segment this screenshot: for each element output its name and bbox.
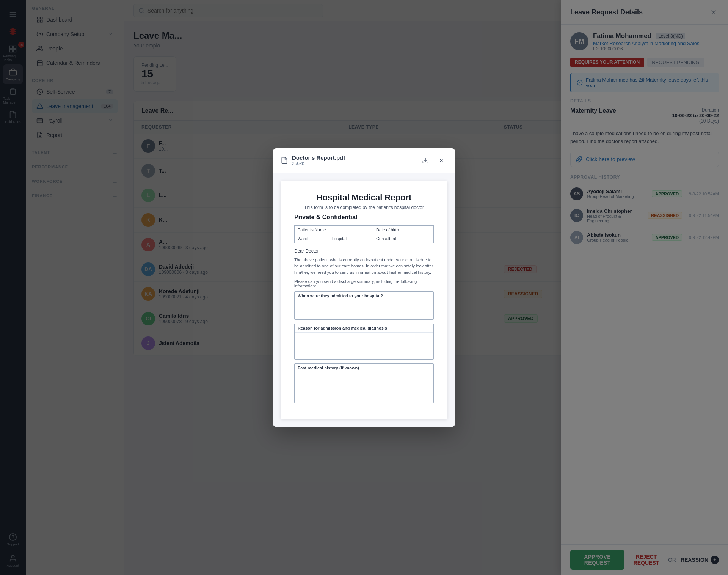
pdf-hospital-label: Hospital [328, 234, 373, 243]
file-icon [281, 157, 288, 164]
pdf-modal-header: Doctor's Report.pdf 256kb [273, 148, 455, 173]
pdf-textarea-1: When were they admitted to your hospital… [294, 291, 434, 320]
pdf-page: Hospital Medical Report This form is to … [281, 181, 447, 419]
pdf-textarea-3: Past medical history (if known) [294, 363, 434, 403]
pdf-dob-label: Date of birth [373, 225, 434, 234]
pdf-question1-label: When were they admitted to your hospital… [295, 292, 433, 300]
pdf-modal: Doctor's Report.pdf 256kb Hospital Medic… [273, 148, 455, 427]
pdf-title: Hospital Medical Report [294, 193, 434, 203]
pdf-modal-body: Hospital Medical Report This form is to … [273, 173, 455, 427]
pdf-question2-label: Reason for admission and medical diagnos… [295, 324, 433, 333]
download-icon [422, 157, 429, 164]
pdf-textarea-2: Reason for admission and medical diagnos… [294, 324, 434, 360]
pdf-consultant-label: Consultant [373, 234, 434, 243]
pdf-close-button[interactable] [435, 154, 447, 167]
pdf-filesize: 256kb [292, 161, 345, 166]
pdf-table: Patient's Name Date of birth Ward Hospit… [294, 225, 434, 243]
close-icon [438, 157, 445, 164]
pdf-dear: Dear Doctor [294, 248, 434, 254]
pdf-question3-label: Past medical history (if known) [295, 364, 433, 372]
pdf-modal-overlay: Doctor's Report.pdf 256kb Hospital Medic… [0, 0, 728, 575]
pdf-subtitle: This form is to be completed by the pati… [294, 205, 434, 210]
pdf-download-button[interactable] [419, 154, 431, 167]
pdf-actions [419, 154, 447, 167]
pdf-patient-name-label: Patient's Name [295, 225, 373, 234]
pdf-section-title: Private & Confidential [294, 214, 434, 221]
pdf-ward-label: Ward [295, 234, 328, 243]
pdf-question1: Please can you send a discharge summary,… [294, 279, 434, 288]
pdf-filename: Doctor's Report.pdf [292, 154, 345, 161]
pdf-file-info: Doctor's Report.pdf 256kb [281, 154, 345, 166]
pdf-body1: The above patient, who is currently an i… [294, 257, 434, 276]
